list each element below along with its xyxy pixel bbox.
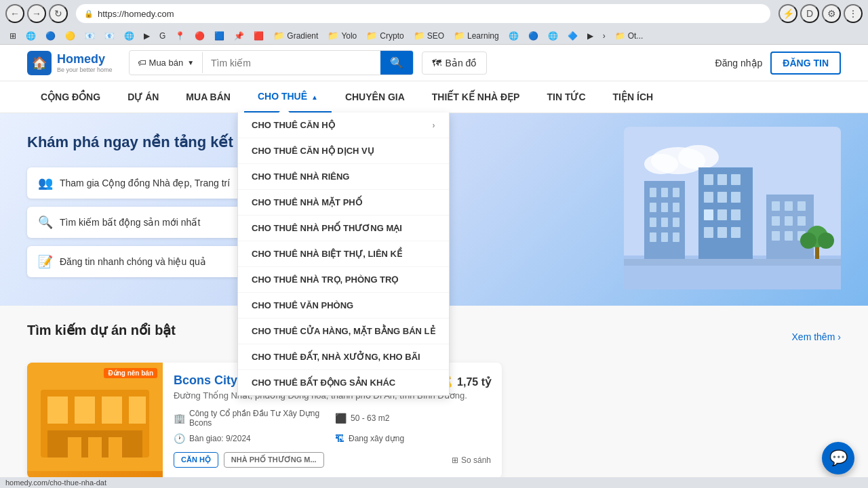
nav-item-thiet-ke[interactable]: THIẾT KẾ NHÀ ĐẸP [418, 82, 534, 112]
dropdown-item-can-ho[interactable]: CHO THUÊ CĂN HỘ › [238, 113, 449, 138]
dropdown-item-dat-nha-xuong[interactable]: CHO THUÊ ĐẤT, NHÀ XƯỞNG, KHO BÃI [238, 344, 449, 370]
refresh-button[interactable]: ↻ [49, 4, 68, 23]
tag-nha-pho[interactable]: NHÀ PHỐ THƯƠNG M... [224, 452, 324, 468]
nav-item-du-an[interactable]: DỰ ÁN [114, 82, 172, 112]
bookmark-1[interactable]: 🌐 [22, 30, 40, 42]
nav-label-tien-ich: TIỆN ÍCH [613, 92, 654, 102]
dropdown-item-van-phong[interactable]: CHO THUÊ VĂN PHÒNG [238, 293, 449, 319]
folder-label-crypto: Crypto [380, 31, 403, 41]
login-button[interactable]: Đăng nhập [715, 58, 763, 68]
logo[interactable]: 🏠 Homedy Be your better home [27, 51, 113, 75]
dropdown-item-nha-rieng[interactable]: CHO THUÊ NHÀ RIÊNG [238, 164, 449, 190]
bookmark-5[interactable]: 📧 [100, 30, 119, 42]
bookmark-2[interactable]: 🔵 [41, 30, 60, 42]
bm-icon-6: 🌐 [124, 31, 134, 41]
bookmark-other[interactable]: 📁 Ot... [611, 30, 648, 42]
bookmark-13[interactable]: 🟥 [250, 30, 268, 42]
bookmark-10[interactable]: 🔴 [191, 30, 209, 42]
dropdown-item-nha-pho-tm[interactable]: CHO THUÊ NHÀ PHỐ THƯƠNG MẠI [238, 216, 449, 241]
folder-crypto[interactable]: 📁 Crypto [362, 29, 408, 42]
site-header: 🏠 Homedy Be your better home 🏷 Mua bán ▼… [0, 45, 868, 81]
folder-learning[interactable]: 📁 Learning [450, 29, 503, 42]
nav-item-cong-dong[interactable]: CỘNG ĐỒNG [27, 82, 114, 112]
dropdown-item-nha-mat-pho[interactable]: CHO THUÊ NHÀ MẶT PHỐ [238, 190, 449, 216]
dropdown-item-bds-khac[interactable]: CHO THUÊ BẤT ĐỘNG SẢN KHÁC [238, 370, 449, 395]
nav-item-chuyen-gia[interactable]: CHUYÊN GIA [332, 82, 418, 112]
bookmark-extra-3[interactable]: 🔷 [564, 30, 582, 42]
dropdown-item-can-ho-dv[interactable]: CHO THUÊ CĂN HỘ DỊCH VỤ [238, 138, 449, 164]
bookmark-extra-4[interactable]: ▶ [583, 30, 597, 42]
menu-button[interactable]: ⋮ [844, 4, 863, 23]
settings-button[interactable]: ⚙ [822, 4, 841, 23]
dropdown-item-nha-tro[interactable]: CHO THUÊ NHÀ TRỌ, PHÒNG TRỌ [238, 267, 449, 293]
bm-icon-10: 🔴 [195, 31, 205, 41]
bookmark-7[interactable]: ▶ [140, 30, 154, 42]
search-type-button[interactable]: 🏷 Mua bán ▼ [130, 52, 203, 73]
tag-can-ho[interactable]: CĂN HỘ [174, 452, 218, 468]
svg-rect-17 [673, 232, 679, 242]
compare-button[interactable]: ⊞ So sánh [452, 452, 491, 468]
bookmark-12[interactable]: 📌 [230, 30, 248, 42]
svg-point-3 [678, 145, 719, 169]
bm-icon-1: 🌐 [26, 31, 36, 41]
search-input[interactable] [203, 52, 380, 74]
property-status: 🏗 Đang xây dựng [335, 433, 491, 444]
property-name[interactable]: Bcons City [174, 373, 237, 388]
svg-rect-55 [108, 437, 122, 458]
nav-item-mua-ban[interactable]: MUA BÁN [172, 82, 244, 112]
dropdown-label-nha-mat-pho: CHO THUÊ NHÀ MẶT PHỐ [252, 197, 362, 207]
svg-rect-29 [717, 227, 727, 238]
extensions-button[interactable]: ⚡ [778, 4, 797, 23]
folder-gradient[interactable]: 📁 Gradient [269, 29, 322, 42]
svg-rect-19 [704, 174, 713, 185]
folder-icon-crypto: 📁 [366, 30, 377, 41]
price-value: 1,75 tỷ [457, 375, 491, 388]
chat-icon: 💬 [829, 449, 848, 467]
address-bar[interactable]: 🔒 https://homedy.com [76, 4, 770, 23]
dropdown-label-can-ho: CHO THUÊ CĂN HỘ [252, 120, 335, 130]
extra-icon-1: 🔵 [528, 31, 538, 41]
dropdown-item-cua-hang[interactable]: CHO THUÊ CỬA HÀNG, MẶT BẰNG BÁN LẺ [238, 319, 449, 344]
bookmark-9[interactable]: 📍 [171, 30, 189, 42]
dropdown-label-nha-biet-thu: CHO THUÊ NHÀ BIỆT THỰ, LIÊN KỀ [252, 249, 402, 259]
register-button[interactable]: ĐĂNG TIN [770, 52, 841, 75]
folder-yolo[interactable]: 📁 Yolo [323, 29, 361, 42]
bookmark-apps[interactable]: ⊞ [5, 30, 20, 42]
status-icon: 🏗 [335, 433, 344, 444]
search-button[interactable]: 🔍 [380, 51, 413, 75]
bookmark-3[interactable]: 🟡 [61, 30, 79, 42]
community-icon: 👥 [38, 176, 53, 190]
property-image: Đứng nên bán [27, 363, 163, 479]
dropdown-item-nha-biet-thu[interactable]: CHO THUÊ NHÀ BIỆT THỰ, LIÊN KỀ [238, 241, 449, 267]
nav-item-tien-ich[interactable]: TIỆN ÍCH [599, 82, 667, 112]
developer-icon: 🏢 [174, 413, 185, 424]
status-value: Đang xây dựng [349, 434, 404, 443]
browser-chrome: ← → ↻ 🔒 https://homedy.com ⚡ D ⚙ ⋮ ⊞ 🌐 🔵… [0, 0, 868, 45]
bookmark-8[interactable]: G [155, 30, 170, 42]
handover-icon: 🕐 [174, 433, 185, 444]
bookmark-4[interactable]: 📧 [81, 30, 99, 42]
forward-button[interactable]: → [27, 4, 46, 23]
property-developer: 🏢 Công ty Cổ phần Đầu Tư Xây Dựng Bcons [174, 409, 330, 428]
map-icon: 🗺 [432, 58, 441, 68]
profile-button[interactable]: D [800, 4, 819, 23]
bookmark-extra-1[interactable]: 🔵 [524, 30, 542, 42]
property-details: 🏢 Công ty Cổ phần Đầu Tư Xây Dựng Bcons … [174, 409, 491, 444]
dropdown-label-bds-khac: CHO THUÊ BẤT ĐỘNG SẢN KHÁC [252, 378, 395, 388]
bm-icon-5: 📧 [104, 31, 115, 41]
bookmark-extra-2[interactable]: 🌐 [544, 30, 562, 42]
bookmark-6[interactable]: 🌐 [120, 30, 138, 42]
svg-rect-38 [772, 231, 780, 241]
area-icon: ⬛ [335, 413, 347, 424]
back-button[interactable]: ← [5, 4, 24, 23]
see-more-button[interactable]: Xem thêm › [792, 331, 841, 342]
folder-seo[interactable]: 📁 SEO [410, 29, 448, 42]
bookmark-overflow[interactable]: › [599, 30, 610, 42]
bookmark-11[interactable]: 🟦 [210, 30, 229, 42]
chat-button[interactable]: 💬 [822, 442, 854, 474]
map-button[interactable]: 🗺 Bản đồ [422, 52, 488, 75]
site-nav: CỘNG ĐỒNG DỰ ÁN MUA BÁN CHO THUÊ ▲ CHUYÊ… [0, 81, 868, 113]
bookmark-more-icon[interactable]: 🌐 [505, 30, 523, 42]
nav-item-tin-tuc[interactable]: TIN TỨC [533, 82, 599, 112]
extra-icon-3: 🔷 [568, 31, 578, 41]
